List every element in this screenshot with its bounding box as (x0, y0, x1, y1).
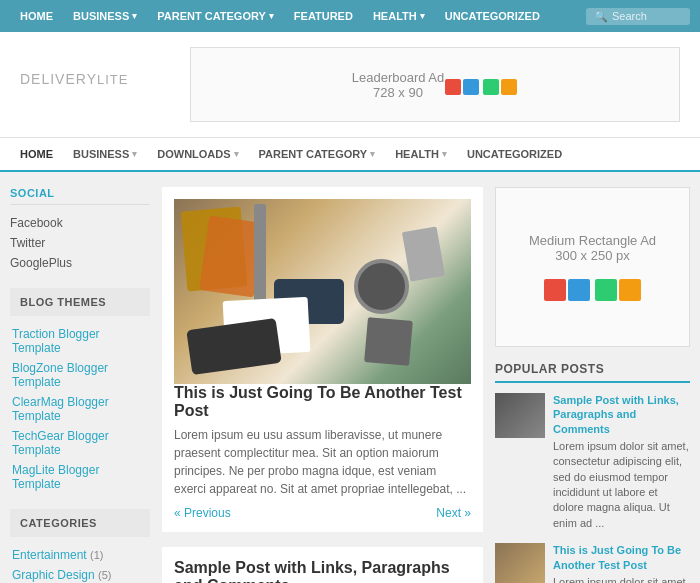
sec-nav-health[interactable]: HEALTH (385, 138, 457, 170)
categories-heading: CATEGORIES (10, 509, 150, 537)
sidebar-facebook[interactable]: Facebook (10, 213, 150, 233)
blog-themes-heading: BLOG THEMES (10, 288, 150, 316)
top-nav-search-box: 🔍 (586, 8, 690, 25)
top-nav-uncategorized[interactable]: UNCATEGORIZED (435, 0, 550, 32)
sec-nav-uncategorized[interactable]: UNCATEGORIZED (457, 138, 572, 170)
search-input[interactable] (612, 10, 682, 22)
ad-text-line2: 728 x 90 (352, 85, 445, 100)
post-1-nav: « Previous Next » (174, 506, 471, 520)
sec-nav-business[interactable]: BUSINESS (63, 138, 147, 170)
popular-thumb-2 (495, 543, 545, 583)
popular-heading: POPULAR POSTS (495, 362, 690, 383)
post-1-excerpt: Lorem ipsum eu usu assum liberavisse, ut… (174, 426, 471, 498)
popular-item-1: Sample Post with Links, Paragraphs and C… (495, 393, 690, 531)
sec-nav: HOME BUSINESS DOWNLOADS PARENT CATEGORY … (0, 138, 700, 172)
post-1-next[interactable]: Next » (436, 506, 471, 520)
sidebar-twitter[interactable]: Twitter (10, 233, 150, 253)
sidebar-techgear[interactable]: TechGear Blogger Template (10, 426, 150, 460)
popular-posts-section: POPULAR POSTS Sample Post with Links, Pa… (495, 362, 690, 583)
popular-item-2: This is Just Going To Be Another Test Po… (495, 543, 690, 583)
leaderboard-ad: Leaderboard Ad 728 x 90 (190, 47, 680, 122)
sec-nav-parent-category[interactable]: PARENT CATEGORY (249, 138, 386, 170)
post-1-image (174, 199, 471, 384)
popular-link-1[interactable]: Sample Post with Links, Paragraphs and C… (553, 393, 690, 436)
top-nav-featured[interactable]: FEATURED (284, 0, 363, 32)
ad-logo-icon (444, 78, 518, 96)
top-nav: HOME BUSINESS PARENT CATEGORY FEATURED H… (0, 0, 700, 32)
post-2-title[interactable]: Sample Post with Links, Paragraphs and C… (174, 559, 471, 583)
post-1-prev[interactable]: « Previous (174, 506, 231, 520)
sidebar-traction[interactable]: Traction Blogger Template (10, 324, 150, 358)
categories-section: CATEGORIES Entertainment (1) Graphic Des… (10, 509, 150, 583)
top-nav-parent-category[interactable]: PARENT CATEGORY (147, 0, 284, 32)
post-1-title[interactable]: This is Just Going To Be Another Test Po… (174, 384, 471, 420)
cat-graphic-design[interactable]: Graphic Design (5) (10, 565, 150, 583)
site-logo[interactable]: DELIVERYLITE (20, 69, 170, 101)
right-sidebar: Medium Rectangle Ad 300 x 250 px POPULAR… (495, 187, 690, 583)
top-nav-home[interactable]: HOME (10, 0, 63, 32)
top-nav-business[interactable]: BUSINESS (63, 0, 147, 32)
main-content: This is Just Going To Be Another Test Po… (162, 187, 483, 583)
ad-medium-line2: 300 x 250 px (529, 248, 656, 263)
popular-excerpt-1: Lorem ipsum dolor sit amet, consectetur … (553, 439, 690, 531)
post-2: Sample Post with Links, Paragraphs and C… (162, 547, 483, 583)
main-layout: SOCIAL Facebook Twitter GooglePlus BLOG … (0, 172, 700, 583)
popular-text-2: This is Just Going To Be Another Test Po… (553, 543, 690, 583)
site-header: DELIVERYLITE Leaderboard Ad 728 x 90 (0, 32, 700, 138)
popular-link-2[interactable]: This is Just Going To Be Another Test Po… (553, 543, 690, 572)
popular-text-1: Sample Post with Links, Paragraphs and C… (553, 393, 690, 531)
social-heading: SOCIAL (10, 187, 150, 205)
sec-nav-home[interactable]: HOME (10, 138, 63, 172)
popular-thumb-1 (495, 393, 545, 438)
ad-medium-line1: Medium Rectangle Ad (529, 233, 656, 248)
cat-entertainment[interactable]: Entertainment (1) (10, 545, 150, 565)
popular-excerpt-2: Lorem ipsum dolor sit amet, consectetur … (553, 575, 690, 583)
sidebar-blogzone[interactable]: BlogZone Blogger Template (10, 358, 150, 392)
ad-text-line1: Leaderboard Ad (352, 70, 445, 85)
sec-nav-downloads[interactable]: DOWNLOADS (147, 138, 248, 170)
medium-rect-ad: Medium Rectangle Ad 300 x 250 px (495, 187, 690, 347)
sidebar-googleplus[interactable]: GooglePlus (10, 253, 150, 273)
sidebar: SOCIAL Facebook Twitter GooglePlus BLOG … (10, 187, 150, 583)
post-1: This is Just Going To Be Another Test Po… (162, 187, 483, 532)
top-nav-health[interactable]: HEALTH (363, 0, 435, 32)
sidebar-maglite[interactable]: MagLite Blogger Template (10, 460, 150, 494)
search-icon: 🔍 (594, 10, 608, 23)
social-section: SOCIAL Facebook Twitter GooglePlus (10, 187, 150, 273)
sidebar-clearmag[interactable]: ClearMag Blogger Template (10, 392, 150, 426)
blog-themes-section: BLOG THEMES Traction Blogger Template Bl… (10, 288, 150, 494)
ad-medium-logo (543, 278, 642, 302)
